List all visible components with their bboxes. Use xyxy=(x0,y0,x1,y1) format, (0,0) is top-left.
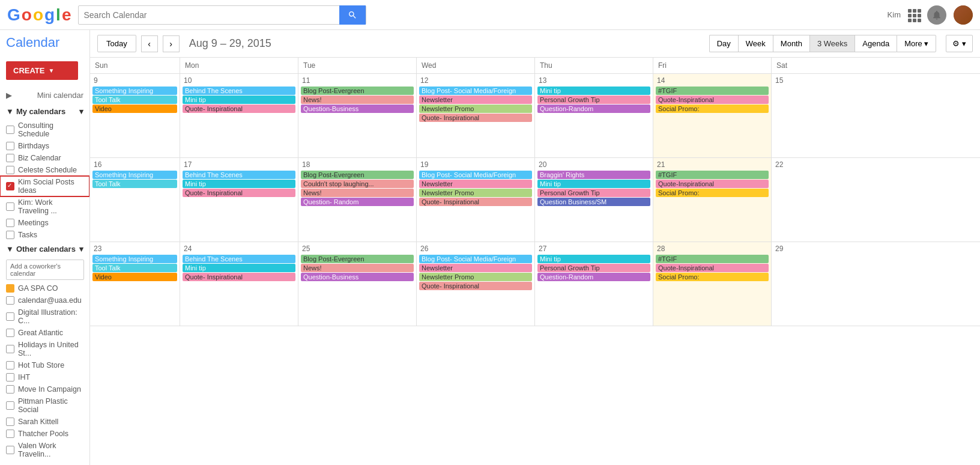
event-quote-17[interactable]: Quote- Inspirational xyxy=(183,189,295,197)
event-news-25[interactable]: News! xyxy=(301,264,414,272)
hottub-checkbox[interactable] xyxy=(6,361,14,369)
event-mini-10[interactable]: Mini tip xyxy=(183,96,295,104)
event-quote-28[interactable]: Quote-Inspirational xyxy=(656,264,769,272)
create-button[interactable]: CREATE ▼ xyxy=(6,61,78,80)
movein-checkbox[interactable] xyxy=(6,385,14,394)
event-mini-20[interactable]: Mini tip xyxy=(537,180,650,188)
sidebar-item-kim-social[interactable]: Kim Social Posts Ideas xyxy=(0,176,89,196)
event-blog-social-12[interactable]: Blog Post- Social Media/Foreign xyxy=(419,87,532,95)
view-3weeks-button[interactable]: 3 Weeks xyxy=(809,35,854,52)
valen-checkbox[interactable] xyxy=(6,446,14,454)
event-newsletter-26[interactable]: Newsletter xyxy=(419,264,532,272)
event-blog-25[interactable]: Blog Post-Evergreen xyxy=(301,255,414,263)
sidebar-item-pittman[interactable]: Pittman Plastic Social xyxy=(0,395,89,416)
event-tool-talk-23[interactable]: Tool Talk xyxy=(92,264,177,272)
sidebar-item-hottub[interactable]: Hot Tub Store xyxy=(0,359,89,371)
event-social-promo-21[interactable]: Social Promo: xyxy=(656,189,769,197)
kim-social-checkbox[interactable] xyxy=(6,182,14,190)
search-input[interactable] xyxy=(79,10,339,20)
event-behind-24[interactable]: Behind The Scenes xyxy=(183,255,295,263)
event-something-inspiring-16[interactable]: Something Inspiring xyxy=(92,171,177,179)
event-tgif-28[interactable]: #TGIF xyxy=(656,255,769,263)
sidebar-item-consulting[interactable]: Consulting Schedule xyxy=(0,120,89,140)
meetings-checkbox[interactable] xyxy=(6,219,14,227)
sidebar-item-birthdays[interactable]: Birthdays xyxy=(0,140,89,152)
event-blog-social-26[interactable]: Blog Post- Social Media/Foreign xyxy=(419,255,532,263)
thatcher-checkbox[interactable] xyxy=(6,430,14,438)
sarah-checkbox[interactable] xyxy=(6,418,14,426)
digital-checkbox[interactable] xyxy=(6,312,14,321)
consulting-checkbox[interactable] xyxy=(6,126,14,134)
event-newsletter-promo-19[interactable]: Newsletter Promo xyxy=(419,189,532,197)
sidebar-item-holidays[interactable]: Holidays in United St... xyxy=(0,339,89,359)
add-coworker-button[interactable]: Add a coworker's calendar xyxy=(6,260,84,280)
event-personal-13[interactable]: Personal Growth Tip xyxy=(537,96,650,104)
sidebar-item-movein[interactable]: Move In Campaign xyxy=(0,383,89,395)
event-something-inspiring-9[interactable]: Something Inspiring xyxy=(92,87,177,95)
my-calendars-settings-icon[interactable]: ▾ xyxy=(79,107,83,116)
event-behind-17[interactable]: Behind The Scenes xyxy=(183,171,295,179)
event-personal-20[interactable]: Personal Growth Tip xyxy=(537,189,650,197)
sidebar-item-great-atlantic[interactable]: Great Atlantic xyxy=(0,327,89,339)
event-question-biz-20[interactable]: Question Business/SM xyxy=(537,198,650,206)
event-blog-18[interactable]: Blog Post-Evergreen xyxy=(301,171,414,179)
event-personal-27[interactable]: Personal Growth Tip xyxy=(537,264,650,272)
event-tool-talk-9[interactable]: Tool Talk xyxy=(92,96,177,104)
waffle-menu-icon[interactable] xyxy=(908,9,920,21)
sidebar-item-biz[interactable]: Biz Calendar xyxy=(0,152,89,164)
view-week-button[interactable]: Week xyxy=(738,35,773,52)
prev-button[interactable]: ‹ xyxy=(141,35,158,52)
sidebar-item-valen[interactable]: Valen Work Travelin... xyxy=(0,440,89,460)
settings-button[interactable]: ⚙ ▾ xyxy=(946,35,973,52)
view-day-button[interactable]: Day xyxy=(709,35,738,52)
event-newsletter-promo-26[interactable]: Newsletter Promo xyxy=(419,273,532,281)
event-newsletter-promo-12[interactable]: Newsletter Promo xyxy=(419,105,532,113)
other-calendars-settings-icon[interactable]: ▾ xyxy=(79,245,83,254)
sidebar-item-gaspa[interactable]: GA SPA CO xyxy=(0,282,89,294)
holidays-checkbox[interactable] xyxy=(6,345,14,353)
sidebar-item-meetings[interactable]: Meetings xyxy=(0,217,89,229)
event-quote-10[interactable]: Quote- Inspirational xyxy=(183,105,295,113)
sidebar-item-tasks[interactable]: Tasks xyxy=(0,229,89,241)
event-quote-24[interactable]: Quote- Inspirational xyxy=(183,273,295,281)
event-mini-17[interactable]: Mini tip xyxy=(183,180,295,188)
event-social-promo-14[interactable]: Social Promo: xyxy=(656,105,769,113)
sidebar-item-thatcher[interactable]: Thatcher Pools xyxy=(0,428,89,440)
view-month-button[interactable]: Month xyxy=(773,35,809,52)
kim-work-checkbox[interactable] xyxy=(6,202,14,211)
great-atlantic-checkbox[interactable] xyxy=(6,329,14,337)
event-question-random-27[interactable]: Question-Random xyxy=(537,273,650,281)
search-button[interactable] xyxy=(339,5,366,25)
biz-checkbox[interactable] xyxy=(6,154,14,162)
event-blog-11[interactable]: Blog Post-Evergreen xyxy=(301,87,414,95)
event-blog-social-19[interactable]: Blog Post- Social Media/Foreign xyxy=(419,171,532,179)
other-calendars-toggle[interactable]: ▼ Other calendars ▾ xyxy=(0,241,89,257)
event-couldnt-18[interactable]: Couldn't stop laughing... xyxy=(301,180,414,188)
tasks-checkbox[interactable] xyxy=(6,231,14,239)
iht-checkbox[interactable] xyxy=(6,373,14,381)
celeste-checkbox[interactable] xyxy=(6,166,14,174)
event-question-18[interactable]: Question- Random xyxy=(301,198,414,206)
event-quote-insp-12[interactable]: Quote- Inspirational xyxy=(419,114,532,122)
event-mini-24[interactable]: Mini tip xyxy=(183,264,295,272)
sidebar-item-iht[interactable]: IHT xyxy=(0,371,89,383)
event-question-random-13[interactable]: Question-Random xyxy=(537,105,650,113)
sidebar-item-sarah[interactable]: Sarah Kittell xyxy=(0,416,89,428)
avatar[interactable] xyxy=(954,5,973,25)
next-button[interactable]: › xyxy=(163,35,180,52)
sidebar-item-calendar-uaa[interactable]: calendar@uaa.edu xyxy=(0,294,89,306)
event-mini-27[interactable]: Mini tip xyxy=(537,255,650,263)
event-quote-21[interactable]: Quote-Inspirational xyxy=(656,180,769,188)
event-social-promo-28[interactable]: Social Promo: xyxy=(656,273,769,281)
pittman-checkbox[interactable] xyxy=(6,401,14,410)
event-news-11[interactable]: News! xyxy=(301,96,414,104)
event-braggin-20[interactable]: Braggin' Rights xyxy=(537,171,650,179)
event-quote-insp-26[interactable]: Quote- Inspirational xyxy=(419,282,532,290)
event-question-11[interactable]: Question-Business xyxy=(301,105,414,113)
event-tgif-14[interactable]: #TGIF xyxy=(656,87,769,95)
sidebar-item-kim-work[interactable]: Kim: Work Traveling ... xyxy=(0,196,89,217)
sidebar-item-celeste[interactable]: Celeste Schedule xyxy=(0,164,89,176)
uaa-checkbox[interactable] xyxy=(6,296,14,305)
today-button[interactable]: Today xyxy=(97,35,136,52)
sidebar-item-digital[interactable]: Digital Illustration: C... xyxy=(0,306,89,327)
